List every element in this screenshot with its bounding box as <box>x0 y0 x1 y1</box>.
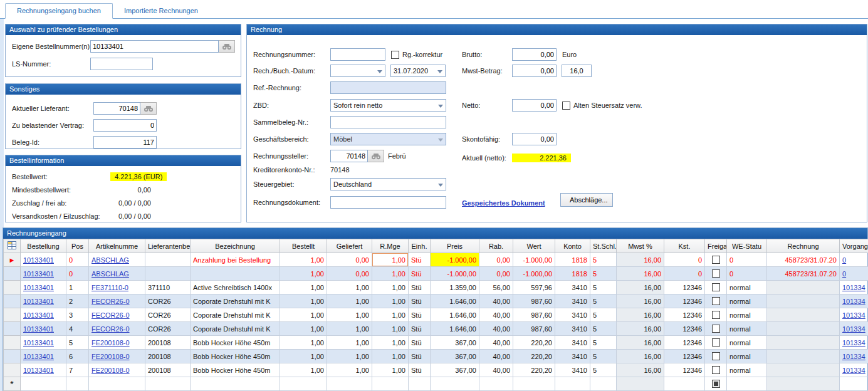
row-selector[interactable] <box>4 281 21 295</box>
lieferant-input[interactable] <box>93 102 140 115</box>
link-bestellung[interactable]: 10133401 <box>23 339 54 347</box>
row-selector[interactable] <box>4 295 21 308</box>
link-vorgang[interactable]: 101334 <box>842 298 865 305</box>
link-artikel[interactable]: FE200108-0 <box>92 353 130 360</box>
netto-input[interactable] <box>512 99 557 112</box>
cell-rmge[interactable]: 1,00 <box>372 267 409 281</box>
lieferant-search-button[interactable] <box>140 102 157 115</box>
col-header-vorgang[interactable]: Vorgangs-Nr <box>840 239 868 253</box>
link-artikel[interactable]: FECOR26-0 <box>92 298 130 305</box>
freigabe-checkbox[interactable] <box>712 311 720 319</box>
freigabe-checkbox[interactable] <box>712 380 720 388</box>
rechnungsnummer-input[interactable] <box>330 48 385 61</box>
freigabe-checkbox[interactable] <box>712 269 720 278</box>
col-header-preis[interactable]: Preis <box>431 239 479 253</box>
col-header-bestellung[interactable]: Bestellung <box>21 239 66 253</box>
bestellnummer-input[interactable] <box>90 40 219 53</box>
rechnungssteller-input[interactable] <box>330 150 368 162</box>
freigabe-checkbox[interactable] <box>712 297 720 305</box>
link-artikel[interactable]: ABSCHLAG <box>92 256 129 264</box>
rechnungsdatum-dropdown[interactable] <box>330 65 385 77</box>
link-vorgang[interactable]: 101334 <box>842 367 865 374</box>
cell-rmge[interactable]: 1,00 <box>372 322 409 336</box>
cell-rmge[interactable]: 1,00 <box>372 363 409 377</box>
link-bestellung[interactable]: 10133401 <box>23 367 54 374</box>
col-header-lieferant[interactable]: Lieferantenbe <box>145 239 191 253</box>
link-bestellung[interactable]: 10133401 <box>23 325 54 333</box>
freigabe-checkbox[interactable] <box>712 366 720 374</box>
buchungsdatum-dropdown[interactable]: 31.07.2020 <box>390 65 446 77</box>
rg-korrektur-checkbox[interactable] <box>391 51 399 59</box>
beleg-id-input[interactable] <box>93 136 157 149</box>
link-vorgang[interactable]: 0 <box>842 270 846 278</box>
row-selector[interactable] <box>4 267 21 281</box>
col-header-westatus[interactable]: WE-Statu <box>727 239 767 253</box>
link-bestellung[interactable]: 10133401 <box>23 311 54 319</box>
row-selector[interactable] <box>4 336 21 350</box>
cell-rmge[interactable]: 1,00 <box>372 253 409 267</box>
row-selector[interactable] <box>4 350 21 363</box>
link-artikel[interactable]: FECOR26-0 <box>92 325 130 333</box>
link-artikel[interactable]: FE371110-0 <box>92 284 128 291</box>
link-vorgang[interactable]: 101334 <box>842 311 865 319</box>
col-header-konto[interactable]: Konto <box>555 239 590 253</box>
col-header-pos[interactable]: Pos <box>66 239 89 253</box>
col-header-freiga[interactable]: Freiga <box>705 239 727 253</box>
ls-nummer-input[interactable] <box>90 58 153 70</box>
steuersatz-input[interactable] <box>562 65 592 77</box>
rechnungsdokument-input[interactable] <box>330 196 446 209</box>
link-bestellung[interactable]: 10133401 <box>23 284 54 291</box>
tab-rechnungseingang-buchen[interactable]: Rechnungseingang buchen <box>5 3 113 19</box>
freigabe-checkbox[interactable] <box>712 256 720 264</box>
mwst-betrag-input[interactable] <box>512 65 557 77</box>
steuergebiet-dropdown[interactable]: Deutschland <box>330 178 446 190</box>
col-header-rab[interactable]: Rab. <box>479 239 513 253</box>
link-vorgang[interactable]: 101334 <box>842 353 865 360</box>
link-vorgang[interactable]: 101334 <box>842 284 865 291</box>
link-bestellung[interactable]: 10133401 <box>23 353 54 360</box>
gespeichertes-dokument-link[interactable]: Gespeichertes Dokument <box>462 199 545 207</box>
current-row-indicator[interactable]: ► <box>4 253 21 267</box>
new-row-indicator[interactable]: * <box>4 377 21 391</box>
freigabe-checkbox[interactable] <box>712 283 720 291</box>
freigabe-checkbox[interactable] <box>712 325 720 333</box>
link-artikel[interactable]: FE200108-0 <box>92 339 130 347</box>
link-artikel[interactable]: FECOR26-0 <box>92 311 130 319</box>
link-bestellung[interactable]: 10133401 <box>23 298 54 305</box>
col-header-mwst[interactable]: Mwst % <box>617 239 664 253</box>
col-header-bezeichnung[interactable]: Bezeichnung <box>191 239 280 253</box>
col-header-bestellt[interactable]: Bestellt <box>280 239 327 253</box>
skontofaehig-input[interactable] <box>512 133 557 145</box>
cell-rmge[interactable]: 1,00 <box>372 295 409 308</box>
cell-rmge[interactable]: 1,00 <box>372 350 409 363</box>
freigabe-checkbox[interactable] <box>712 352 720 360</box>
cell-rmge[interactable] <box>372 377 409 391</box>
brutto-input[interactable] <box>512 48 557 61</box>
vertrag-input[interactable] <box>93 119 157 132</box>
zbd-dropdown[interactable]: Sofort rein netto <box>330 99 446 112</box>
abschlaege-button[interactable]: Abschläge... <box>560 193 613 207</box>
row-selector[interactable] <box>4 363 21 377</box>
cell-rmge[interactable]: 1,00 <box>372 336 409 350</box>
freigabe-checkbox[interactable] <box>712 338 720 347</box>
col-header-artikel[interactable]: Artikelnumme <box>89 239 145 253</box>
tab-importierte-rechnungen[interactable]: Importierte Rechnungen <box>113 4 209 18</box>
cell-rmge[interactable]: 1,00 <box>372 281 409 295</box>
row-selector[interactable] <box>4 322 21 336</box>
sammelbeleg-input[interactable] <box>330 116 446 128</box>
col-header-wert[interactable]: Wert <box>513 239 555 253</box>
col-header-stschl[interactable]: St.Schl. <box>590 239 617 253</box>
col-header-kst[interactable]: Kst. <box>664 239 705 253</box>
link-artikel[interactable]: FE200108-0 <box>92 367 130 374</box>
alter-steuersatz-checkbox[interactable] <box>562 102 570 110</box>
link-artikel[interactable]: ABSCHLAG <box>92 270 129 278</box>
link-vorgang[interactable]: 101334 <box>842 339 865 347</box>
col-header-geliefert[interactable]: Geliefert <box>327 239 372 253</box>
rechnungssteller-search-button[interactable] <box>368 150 384 162</box>
link-vorgang[interactable]: 101334 <box>842 325 865 333</box>
link-bestellung[interactable]: 10133401 <box>23 270 54 278</box>
cell-rmge[interactable]: 1,00 <box>372 308 409 322</box>
link-vorgang[interactable]: 0 <box>842 256 846 264</box>
col-header-rechnung[interactable]: Rechnung <box>767 239 840 253</box>
row-selector[interactable] <box>4 308 21 322</box>
